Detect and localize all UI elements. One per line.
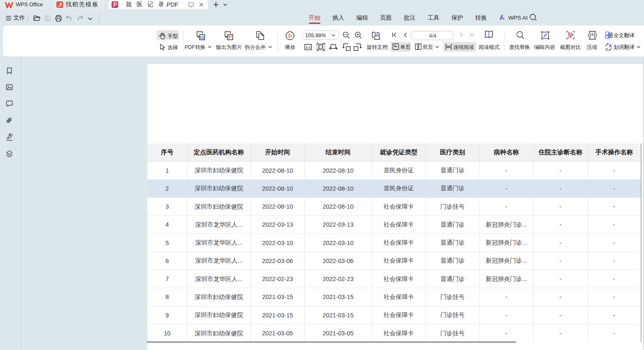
svg-text:文: 文	[605, 47, 609, 51]
svg-text:A: A	[609, 43, 612, 48]
svg-text:1:1: 1:1	[306, 46, 311, 49]
svg-text:A: A	[606, 33, 609, 38]
